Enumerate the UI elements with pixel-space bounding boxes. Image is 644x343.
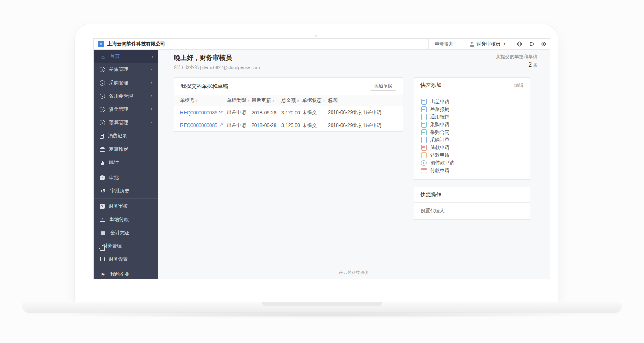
company-name: 上海云简软件科技有限公司 xyxy=(107,41,165,47)
bar-chart-icon xyxy=(100,160,105,165)
add-document-button[interactable]: 添加单据 xyxy=(370,82,396,91)
sidebar-item[interactable]: 财务审核 xyxy=(94,200,158,213)
sidebar-item[interactable]: 审批 xyxy=(94,171,158,184)
finance-review-icon xyxy=(100,204,105,209)
sidebar-item-label: 财务审核 xyxy=(109,203,128,210)
sidebar-item-label: 财务设置 xyxy=(109,256,128,263)
quick-add-item[interactable]: 采购订单 xyxy=(420,136,523,144)
training-request-button[interactable]: 申请培训 xyxy=(428,39,459,49)
column-header: 单据号 xyxy=(180,97,195,104)
sidebar-item[interactable]: 差旅管理 xyxy=(94,63,158,76)
webcam-dot xyxy=(315,35,317,37)
submitted-documents-card: 我提交的单据和草稿 添加单据 单据号 单据类型 最后更新 总金额 单据状态 标题 xyxy=(174,77,403,132)
quick-add-item-label: 出差申请 xyxy=(430,98,449,105)
edit-quick-add-link[interactable]: 编辑 xyxy=(514,82,523,88)
quick-add-item[interactable]: 采购合同 xyxy=(420,129,523,136)
quick-add-item[interactable]: 还款申请 xyxy=(420,151,523,159)
set-delegate-link[interactable]: 设置代理人 xyxy=(414,203,530,219)
sidebar-item-label: 差旅预定 xyxy=(109,146,128,153)
sidebar-item[interactable]: 差旅预定 xyxy=(94,143,158,156)
company-logo[interactable]: 简 xyxy=(98,41,104,47)
repayment-request-doc-icon xyxy=(420,152,427,158)
sidebar-item-label: 统计 xyxy=(109,159,119,166)
voucher-icon xyxy=(100,231,106,235)
stats-count: 2 xyxy=(528,61,532,68)
cashier-payment-icon xyxy=(100,218,105,222)
collapse-sidebar-icon[interactable]: ‹ xyxy=(151,54,153,59)
sort-icon[interactable] xyxy=(297,99,299,102)
sidebar-item[interactable]: 我的企业 xyxy=(94,268,158,279)
doc-title-cell: 2018-06-29北京出差申请 xyxy=(328,109,399,116)
sidebar-item[interactable]: 统计 xyxy=(94,156,158,169)
doc-updated-cell: 2018-06-28 xyxy=(252,122,281,128)
stats-unit: 条 xyxy=(533,63,538,67)
quick-add-item[interactable]: 付款申请 xyxy=(420,167,523,174)
sidebar-item-label: 财务管理 xyxy=(103,243,122,249)
general-expense-doc-icon xyxy=(420,114,427,120)
quick-add-item[interactable]: 借款申请 xyxy=(420,144,523,151)
sidebar-item[interactable]: 审批历史 xyxy=(94,184,158,198)
company-icon xyxy=(100,272,106,277)
column-header: 标题 xyxy=(328,97,338,104)
sidebar-item[interactable]: 资金管理 xyxy=(94,103,158,116)
doc-updated-cell: 2018-06-28 xyxy=(252,110,281,116)
card-title: 快速添加 xyxy=(420,82,441,89)
sidebar-divider xyxy=(94,267,158,267)
filter-icon[interactable] xyxy=(323,100,325,102)
column-header: 最后更新 xyxy=(252,97,271,104)
quick-add-item-label: 采购申请 xyxy=(430,121,449,128)
travel-request-doc-icon xyxy=(420,99,427,105)
quick-add-item[interactable]: 预付款申请 xyxy=(420,159,523,167)
main-content: 晚上好，财务审核员 部门: 财务部 | demo0627@cloudpense.… xyxy=(158,50,550,279)
chevron-down-icon xyxy=(150,68,153,71)
sidebar-item[interactable]: 财务设置 xyxy=(94,253,158,266)
globe-language-icon[interactable] xyxy=(513,39,525,49)
sort-icon[interactable] xyxy=(272,99,274,102)
doc-type-cell: 出差申请 xyxy=(227,122,252,129)
user-menu[interactable]: 财务审核员 ▼ xyxy=(469,41,506,47)
sidebar-item[interactable]: 消费记录 xyxy=(94,129,158,143)
footer-credit: 由云简科技提供 xyxy=(158,270,550,276)
approve-check-icon xyxy=(100,175,105,180)
logout-icon[interactable] xyxy=(525,39,537,49)
column-header: 单据状态 xyxy=(302,97,322,104)
history-icon xyxy=(100,188,106,194)
petty-cash-mgmt-circle-icon xyxy=(100,94,105,99)
document-link[interactable]: REQ0000000086 xyxy=(180,110,217,116)
prepayment-request-icon xyxy=(420,160,427,166)
payment-request-card-icon xyxy=(420,168,427,173)
sidebar-item[interactable]: 采购管理 xyxy=(94,76,158,90)
sidebar-item[interactable]: 会计凭证 xyxy=(94,226,158,239)
settings-gear-icon[interactable] xyxy=(537,39,550,49)
sort-icon[interactable] xyxy=(196,99,198,102)
sidebar-item-label: 审批历史 xyxy=(110,188,129,194)
sidebar-item-label: 出纳付款 xyxy=(109,216,129,223)
quick-add-item-label: 差旅报销 xyxy=(430,106,449,113)
document-link[interactable]: REQ0000000085 xyxy=(180,122,217,128)
quick-add-item[interactable]: 出差申请 xyxy=(420,98,523,106)
quick-actions-card: 快捷操作 设置代理人 xyxy=(414,187,530,220)
filter-icon[interactable] xyxy=(247,100,250,102)
sidebar-item[interactable]: 首页 ‹ xyxy=(94,50,158,63)
chevron-down-icon: ▼ xyxy=(503,42,506,46)
chevron-down-icon xyxy=(150,108,153,111)
laptop-base xyxy=(22,302,622,313)
sidebar-item[interactable]: 财务管理 xyxy=(94,239,158,253)
table-header: 单据号 单据类型 最后更新 总金额 单据状态 标题 xyxy=(174,95,403,106)
sidebar-item[interactable]: 出纳付款 xyxy=(94,213,158,226)
home-icon xyxy=(100,54,106,59)
travel-mgmt-circle-icon xyxy=(100,67,105,72)
sidebar-item[interactable]: 备用金管理 xyxy=(94,90,158,103)
sidebar-item-label: 资金管理 xyxy=(109,106,128,113)
quick-add-item[interactable]: 采购申请 xyxy=(420,121,523,129)
quick-add-item[interactable]: 通用报销 xyxy=(420,113,523,121)
quick-add-item-label: 预付款申请 xyxy=(430,159,454,166)
table-row: REQ0000000086 出差申请 2018-06-28 3,120.00 未… xyxy=(174,106,403,119)
top-bar: 简 上海云简软件科技有限公司 申请培训 财务审核员 ▼ xyxy=(94,39,550,50)
topbar-actions: 申请培训 财务审核员 ▼ xyxy=(428,39,550,49)
sidebar-item[interactable]: 预算管理 xyxy=(94,116,158,129)
quick-add-item[interactable]: 差旅报销 xyxy=(420,106,523,113)
quick-add-card: 快速添加 编辑 出差申请 差旅报销 xyxy=(414,77,530,180)
doc-title-cell: 2018-06-29北京出差申请 xyxy=(328,122,399,129)
sidebar-item-label: 审批 xyxy=(109,174,119,181)
